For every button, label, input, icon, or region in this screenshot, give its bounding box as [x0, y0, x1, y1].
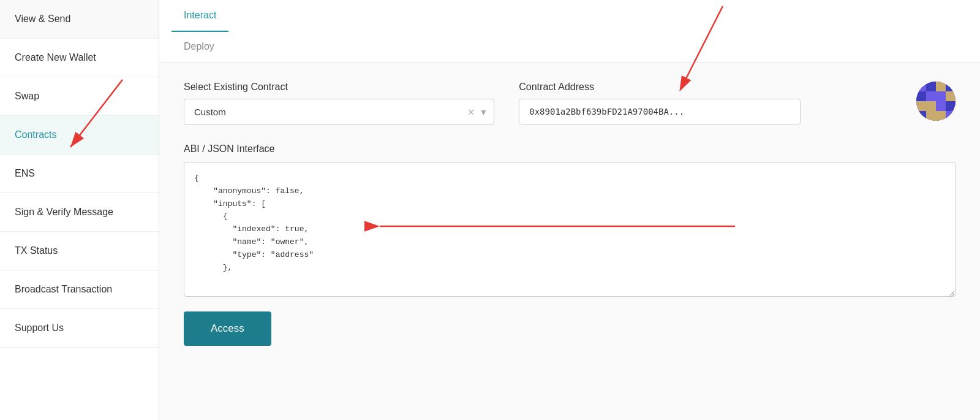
abi-section: ABI / JSON Interface [184, 143, 956, 299]
select-contract-wrapper[interactable]: Custom × ▼ [184, 99, 494, 125]
svg-rect-13 [936, 101, 946, 111]
avatar-container [916, 82, 956, 123]
sidebar: View & SendCreate New WalletSwapContract… [0, 0, 159, 420]
svg-rect-7 [916, 91, 926, 101]
tabs-bar: InteractDeploy [159, 0, 980, 63]
sidebar-item-swap[interactable]: Swap [0, 77, 159, 116]
select-existing-contract-group: Select Existing Contract Custom × ▼ [184, 82, 494, 125]
abi-textarea[interactable] [184, 162, 956, 297]
sidebar-item-view-send[interactable]: View & Send [0, 0, 159, 39]
contract-address-input[interactable] [519, 99, 801, 124]
avatar [916, 82, 956, 121]
address-label: Contract Address [519, 82, 892, 93]
svg-rect-11 [916, 101, 926, 111]
svg-rect-4 [926, 82, 936, 91]
sidebar-item-support-us[interactable]: Support Us [0, 309, 159, 348]
svg-rect-8 [926, 91, 936, 101]
svg-rect-17 [936, 111, 946, 121]
svg-rect-18 [946, 111, 956, 121]
select-contract-value: Custom [184, 99, 468, 124]
sidebar-item-contracts[interactable]: Contracts [0, 116, 159, 155]
svg-rect-10 [946, 91, 956, 101]
sidebar-item-ens[interactable]: ENS [0, 155, 159, 193]
svg-rect-16 [926, 111, 936, 121]
select-clear-icon[interactable]: × [468, 107, 475, 118]
svg-rect-3 [916, 82, 926, 91]
svg-rect-5 [936, 82, 946, 91]
tab-interact[interactable]: Interact [172, 0, 228, 32]
abi-label: ABI / JSON Interface [184, 143, 956, 155]
tab-deploy[interactable]: Deploy [172, 31, 228, 63]
main-content: InteractDeploy Select Existing Contract … [159, 0, 980, 420]
svg-rect-14 [946, 101, 956, 111]
svg-rect-6 [946, 82, 956, 91]
chevron-down-icon[interactable]: ▼ [479, 107, 488, 117]
sidebar-item-broadcast-transaction[interactable]: Broadcast Transaction [0, 270, 159, 309]
access-button[interactable]: Access [184, 311, 271, 346]
sidebar-item-sign-verify[interactable]: Sign & Verify Message [0, 193, 159, 232]
svg-rect-9 [936, 91, 946, 101]
sidebar-item-create-new-wallet[interactable]: Create New Wallet [0, 39, 159, 77]
svg-rect-15 [916, 111, 926, 121]
select-label: Select Existing Contract [184, 82, 494, 93]
content-area: Select Existing Contract Custom × ▼ Cont… [159, 63, 980, 420]
contract-address-group: Contract Address [519, 82, 892, 124]
sidebar-item-tx-status[interactable]: TX Status [0, 232, 159, 270]
svg-rect-12 [926, 101, 936, 111]
